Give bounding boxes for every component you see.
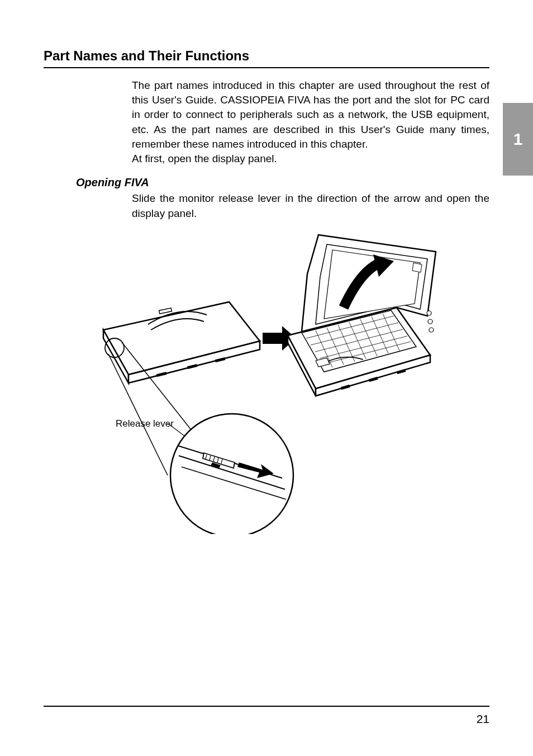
- svg-rect-0: [159, 308, 172, 314]
- svg-point-26: [170, 414, 293, 534]
- intro-line2: At first, open the display panel.: [132, 153, 277, 164]
- intro-paragraph: The part names introduced in this chapte…: [132, 78, 489, 166]
- open-laptop-icon: [288, 235, 436, 396]
- intro-text: The part names introduced in this chapte…: [132, 79, 489, 150]
- svg-point-19: [429, 328, 434, 332]
- section-title: Part Names and Their Functions: [44, 48, 489, 68]
- chapter-tab: 1: [503, 103, 533, 176]
- svg-point-18: [428, 319, 432, 324]
- subsection-paragraph: Slide the monitor release lever in the d…: [132, 191, 489, 220]
- footer-divider: [44, 706, 489, 707]
- opening-diagram: [95, 221, 453, 534]
- subsection-title: Opening FIVA: [76, 176, 489, 189]
- closed-laptop-icon: [103, 302, 260, 383]
- laptop-open-illustration: [95, 221, 453, 534]
- page-number: 21: [477, 712, 489, 726]
- svg-point-17: [427, 311, 431, 315]
